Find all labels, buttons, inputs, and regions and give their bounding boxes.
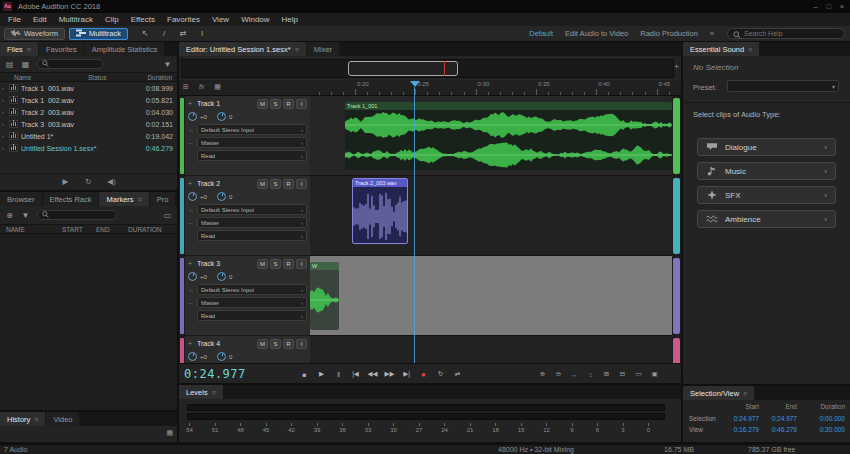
track-name[interactable]: Track 3	[197, 260, 255, 267]
add-marker-icon[interactable]: ⊕	[5, 211, 14, 220]
loop-preview-icon[interactable]: ↻	[84, 177, 93, 186]
skip-to-end-button[interactable]: ▶|	[399, 368, 414, 380]
menu-view[interactable]: View	[206, 15, 235, 24]
files-search[interactable]	[37, 59, 103, 69]
audio-type-ambience-button[interactable]: Ambience›	[697, 210, 836, 228]
workspace-default[interactable]: Default	[524, 29, 558, 38]
file-row[interactable]: ›Track 1_001.wav0:08.999	[0, 82, 177, 94]
volume-knob[interactable]	[188, 272, 197, 281]
markers-col-end[interactable]: End	[96, 226, 110, 233]
speaker-icon[interactable]: ◀)	[107, 177, 116, 186]
track-color-chip[interactable]	[180, 178, 184, 254]
track-lane-track-2[interactable]: Track 2_003.wav	[310, 176, 672, 256]
menu-favorites[interactable]: Favorites	[161, 15, 206, 24]
arm-record-button[interactable]: R	[283, 259, 294, 269]
timeline-ruler[interactable]: ⊞fx▦ 0:200:250:300:350:400:45	[179, 80, 681, 96]
mute-button[interactable]: M	[257, 179, 268, 189]
track-options-icon[interactable]: +	[188, 100, 195, 107]
files-col-duration[interactable]: Duration	[124, 74, 172, 81]
skip-selection-button[interactable]: ⇄	[450, 368, 465, 380]
effects-toggle-icon[interactable]: fx	[199, 83, 204, 91]
panel-menu-icon[interactable]: ≡	[212, 389, 216, 396]
loop-playback-button[interactable]: ↻	[433, 368, 448, 380]
zoom-in-vertical-button[interactable]: ↕	[583, 368, 598, 380]
filter-icon[interactable]: ▼	[163, 60, 172, 69]
file-row[interactable]: ›Untitled Session 1.sesx*0:46.279	[0, 142, 177, 154]
menu-edit[interactable]: Edit	[27, 15, 53, 24]
panel-menu-icon[interactable]: ≡	[748, 46, 752, 53]
input-selector[interactable]: Default Stereo Input›	[197, 124, 307, 135]
mute-button[interactable]: M	[257, 99, 268, 109]
play-preview-icon[interactable]: ▶	[61, 177, 70, 186]
playhead-marker[interactable]	[410, 81, 420, 87]
monitor-input-button[interactable]: I	[296, 179, 307, 189]
markers-col-duration[interactable]: Duration	[128, 226, 161, 233]
time-display[interactable]: 0:24.977	[184, 367, 246, 381]
audio-clip[interactable]: Track 2_003.wav	[352, 178, 408, 244]
stop-button[interactable]: ■	[297, 368, 312, 380]
track-overview-segment[interactable]	[673, 338, 680, 363]
zoom-out-button[interactable]: ⊖	[551, 368, 566, 380]
menu-clip[interactable]: Clip	[99, 15, 125, 24]
track-lane-track-3[interactable]: W	[310, 256, 672, 336]
expand-chevron-icon[interactable]: ›	[2, 145, 9, 151]
track-color-chip[interactable]	[180, 258, 184, 334]
menu-effects[interactable]: Effects	[125, 15, 161, 24]
files-search-input[interactable]	[52, 61, 98, 68]
zoom-navigator[interactable]	[181, 59, 674, 78]
panel-menu-icon[interactable]: ≡	[34, 416, 38, 423]
file-row[interactable]: ›Track 2_003.wav0:04.030	[0, 106, 177, 118]
maximize-button[interactable]: □	[827, 3, 831, 10]
move-tool-icon[interactable]: ↖	[140, 29, 150, 38]
automation-mode-selector[interactable]: Read›	[197, 150, 307, 161]
files-col-name[interactable]: Name	[14, 74, 31, 81]
solo-button[interactable]: S	[270, 339, 281, 349]
mute-button[interactable]: M	[257, 339, 268, 349]
record-button[interactable]: ●	[416, 368, 431, 380]
file-row[interactable]: ›Track 1_002.wav0:05.821	[0, 94, 177, 106]
arm-record-button[interactable]: R	[283, 99, 294, 109]
zoom-in-horizontal-button[interactable]: ↔	[567, 368, 582, 380]
minimize-button[interactable]: –	[814, 3, 818, 10]
expand-chevron-icon[interactable]: ›	[2, 97, 9, 103]
input-selector[interactable]: Default Stereo Input›	[197, 284, 307, 295]
play-button[interactable]: ▶	[314, 368, 329, 380]
zoom-selection-button[interactable]: ⊞	[599, 368, 614, 380]
audio-type-dialogue-button[interactable]: Dialogue›	[697, 138, 836, 156]
snapping-icon[interactable]: ⊞	[183, 83, 189, 91]
levels-tab-levels[interactable]: Levels≡	[179, 385, 223, 399]
markers-search-input[interactable]	[52, 212, 112, 219]
expand-chevron-icon[interactable]: ›	[2, 133, 9, 139]
track-lane-track-4[interactable]	[310, 336, 672, 363]
markers-search[interactable]	[37, 210, 117, 220]
track-name[interactable]: Track 1	[197, 100, 255, 107]
expand-chevron-icon[interactable]: ›	[2, 109, 9, 115]
pan-knob[interactable]	[217, 272, 226, 281]
marker-type-icon[interactable]: ▼	[21, 211, 30, 220]
close-button[interactable]: ×	[840, 3, 844, 10]
history-tab-history[interactable]: History≡	[0, 412, 45, 426]
history-tab-video[interactable]: Video	[46, 412, 79, 426]
pan-knob[interactable]	[217, 112, 226, 121]
monitor-input-button[interactable]: I	[296, 259, 307, 269]
panel-menu-icon[interactable]: ≡	[138, 196, 142, 203]
track-options-icon[interactable]: +	[188, 180, 195, 187]
tab-overflow-icon[interactable]: »	[176, 192, 177, 206]
workspace-radio-production[interactable]: Radio Production	[635, 29, 703, 38]
multitrack-view-button[interactable]: Multitrack	[69, 28, 128, 40]
output-selector[interactable]: Master›	[197, 137, 307, 148]
markers-col-start[interactable]: Start	[62, 226, 83, 233]
files-tab-favorites[interactable]: Favorites	[39, 42, 84, 56]
input-selector[interactable]: Default Stereo Input›	[197, 204, 307, 215]
menu-multitrack[interactable]: Multitrack	[53, 15, 99, 24]
razor-tool-icon[interactable]: /	[159, 29, 169, 38]
time-selection-tool-icon[interactable]: I	[197, 29, 207, 38]
markers-tab-pro[interactable]: Pro	[150, 192, 176, 206]
markers-tab-markers[interactable]: Markers≡	[99, 192, 148, 206]
pan-knob[interactable]	[217, 192, 226, 201]
skip-to-start-button[interactable]: |◀	[348, 368, 363, 380]
navigator-options-icon[interactable]: +	[674, 62, 679, 71]
panel-menu-icon[interactable]: ≡	[27, 46, 31, 53]
audio-clip[interactable]: Track 1_001	[345, 102, 672, 170]
help-search-input[interactable]	[744, 30, 839, 37]
